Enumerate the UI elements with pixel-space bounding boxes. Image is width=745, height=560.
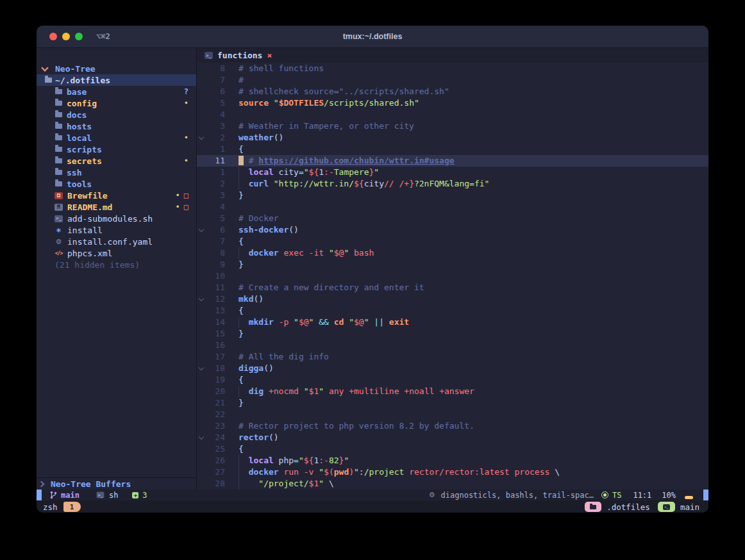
- git-status-badge: •: [184, 156, 188, 165]
- tree-item[interactable]: docs: [37, 109, 196, 120]
- tmux-window-name[interactable]: zsh: [43, 502, 58, 512]
- tree-item[interactable]: hosts: [37, 120, 196, 132]
- tree-item[interactable]: install.conf.yaml: [37, 236, 196, 247]
- tmux-window-index-pill[interactable]: 1: [63, 502, 81, 512]
- star-file-icon: [54, 227, 63, 234]
- code-line[interactable]: 26 local php="${1:-82}": [197, 455, 708, 466]
- line-number: 13: [206, 305, 225, 317]
- code-text: {: [239, 374, 708, 386]
- tree-item[interactable]: scripts: [37, 144, 196, 155]
- line-number: 5: [206, 97, 225, 109]
- neo-tree-buffers-header[interactable]: Neo-Tree Buffers: [37, 478, 196, 490]
- folder-icon: [590, 505, 596, 509]
- code-text: # Docker: [239, 213, 708, 224]
- code-line[interactable]: 21}: [197, 397, 708, 409]
- code-line[interactable]: 2weather(): [197, 132, 708, 144]
- file-tree[interactable]: Neo-Tree~/.dotfilesbase?config•docshosts…: [37, 48, 196, 477]
- fold-chevron-icon[interactable]: [197, 137, 206, 139]
- code-line[interactable]: 3# Weather in Tampere, or other city: [197, 120, 708, 132]
- tree-item-label: README.md: [67, 202, 112, 212]
- close-tab-icon[interactable]: ×: [267, 51, 272, 60]
- code-text: {: [239, 443, 708, 455]
- tabline: functions ×: [197, 48, 708, 63]
- tree-item[interactable]: README.md•□: [37, 201, 196, 213]
- code-line[interactable]: 20 dig +nocmd "$1" any +multiline +noall…: [197, 386, 708, 397]
- code-line[interactable]: 8# shell functions: [197, 63, 708, 74]
- code-line[interactable]: 7#: [197, 74, 708, 86]
- tree-item[interactable]: ssh: [37, 167, 196, 178]
- tree-item[interactable]: Brewfile•□: [37, 190, 196, 201]
- code-line[interactable]: 22: [197, 409, 708, 420]
- tmux-statusbar: zsh 1 .dotfiles main: [37, 500, 708, 513]
- code-line[interactable]: 9}: [197, 259, 708, 270]
- code-line[interactable]: 19{: [197, 374, 708, 386]
- fold-chevron-icon[interactable]: [197, 368, 206, 370]
- indent-guide: [239, 466, 239, 478]
- code-line[interactable]: 5# Docker: [197, 213, 708, 224]
- tree-item[interactable]: install: [37, 224, 196, 236]
- code-line[interactable]: 10: [197, 270, 708, 282]
- code-line[interactable]: 6# shellcheck source="../scripts/shared.…: [197, 86, 708, 97]
- fold-chevron-icon[interactable]: [197, 229, 206, 231]
- cursor-position: 11:1: [633, 491, 651, 500]
- line-number: 2: [206, 132, 225, 144]
- treesitter-label: TS: [612, 491, 621, 500]
- line-number: 10: [206, 270, 225, 282]
- code-line[interactable]: 7{: [197, 236, 708, 247]
- code-line[interactable]: 8 docker exec -it "$@" bash: [197, 247, 708, 259]
- code-line[interactable]: 1{: [197, 144, 708, 155]
- line-number: 20: [206, 386, 225, 397]
- code-line[interactable]: 24rector(): [197, 432, 708, 443]
- tree-item[interactable]: tools: [37, 178, 196, 190]
- code-line[interactable]: 28 "/project/$1" \: [197, 478, 708, 490]
- neo-tree-title: Neo-Tree: [37, 63, 196, 74]
- tree-item[interactable]: phpcs.xml: [37, 247, 196, 259]
- code-line[interactable]: 13{: [197, 305, 708, 317]
- tree-item[interactable]: base?: [37, 86, 196, 97]
- code-line[interactable]: 4: [197, 109, 708, 120]
- folder-icon: [55, 101, 62, 106]
- tree-item-label: ssh: [67, 168, 81, 177]
- tree-item-label: scripts: [67, 145, 102, 154]
- tmux-dir-pill: [585, 502, 601, 512]
- code-text: }: [239, 328, 708, 340]
- code-line[interactable]: 14 mkdir -p "$@" && cd "$@" || exit: [197, 317, 708, 328]
- fold-chevron-icon[interactable]: [197, 437, 206, 439]
- chevron-down-icon: [41, 64, 48, 71]
- tree-item[interactable]: local•: [37, 132, 196, 144]
- code-line[interactable]: 27 docker run -v "$(pwd)":/project recto…: [197, 466, 708, 478]
- code-line[interactable]: 11 # https://github.com/chubin/wttr.in#u…: [197, 155, 708, 167]
- tree-item-label: Brewfile: [67, 191, 108, 201]
- tab-functions[interactable]: functions ×: [205, 51, 272, 60]
- line-number: 1: [206, 167, 225, 178]
- indent-guide: [239, 167, 239, 178]
- code-line[interactable]: 12mkd(): [197, 293, 708, 305]
- code-text: }: [239, 259, 708, 270]
- code-line[interactable]: 25{: [197, 443, 708, 455]
- code-line[interactable]: 3}: [197, 190, 708, 201]
- tree-item-label: hosts: [67, 122, 92, 131]
- code-line[interactable]: 16: [197, 340, 708, 351]
- tree-item[interactable]: secrets•: [37, 155, 196, 167]
- code-line[interactable]: 18digga(): [197, 363, 708, 374]
- code-line[interactable]: 1 local city="${1:-Tampere}": [197, 167, 708, 178]
- code-line[interactable]: 2 curl "http://wttr.in/${city// /+}?2nFQ…: [197, 178, 708, 190]
- code-line[interactable]: 6ssh-docker(): [197, 224, 708, 236]
- line-number: 18: [206, 363, 225, 374]
- tree-root-item[interactable]: ~/.dotfiles: [37, 74, 196, 86]
- code-line[interactable]: 15}: [197, 328, 708, 340]
- tree-item[interactable]: add-submodules.sh: [37, 213, 196, 224]
- folder-icon: [55, 158, 62, 163]
- tree-item-label: install: [67, 226, 103, 235]
- code-line[interactable]: 23# Rector project to php version 8.2 by…: [197, 420, 708, 432]
- line-number: 3: [206, 190, 225, 201]
- code-line[interactable]: 5source "$DOTFILES/scripts/shared.sh": [197, 97, 708, 109]
- code-line[interactable]: 11# Create a new directory and enter it: [197, 282, 708, 293]
- tree-item[interactable]: config•: [37, 97, 196, 109]
- mode-indicator-left: [37, 490, 42, 500]
- code-line[interactable]: 17# All the dig info: [197, 351, 708, 363]
- code-line[interactable]: 4: [197, 201, 708, 213]
- code-area[interactable]: 8# shell functions7#6# shellcheck source…: [197, 63, 708, 490]
- fold-chevron-icon[interactable]: [197, 299, 206, 301]
- line-number: 14: [206, 317, 225, 328]
